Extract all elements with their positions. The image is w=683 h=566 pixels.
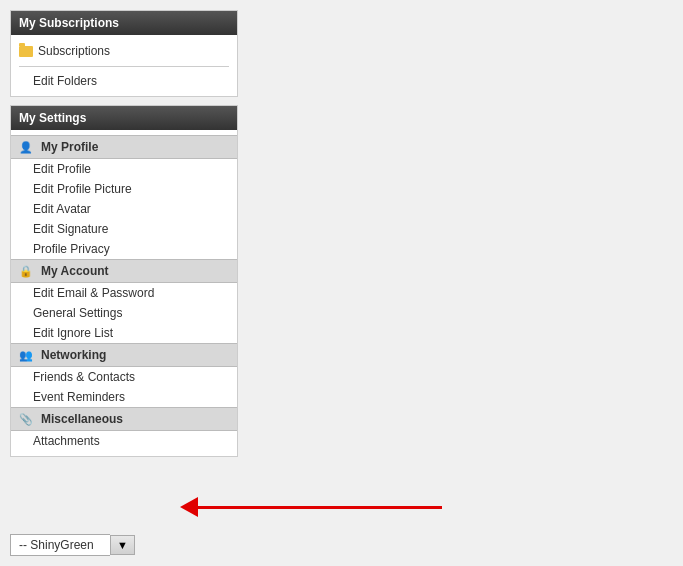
my-profile-label: My Profile: [41, 140, 98, 154]
theme-select[interactable]: -- ShinyGreen Default Blue Red: [10, 534, 110, 556]
subscriptions-panel: My Subscriptions Subscriptions Edit Fold…: [10, 10, 238, 97]
my-profile-section[interactable]: My Profile: [11, 135, 237, 159]
network-icon: [19, 349, 37, 362]
networking-section[interactable]: Networking: [11, 343, 237, 367]
misc-icon: [19, 413, 37, 426]
lock-icon: [19, 265, 37, 278]
arrow-head: [180, 497, 198, 517]
general-settings-link[interactable]: General Settings: [11, 303, 237, 323]
subscriptions-link[interactable]: Subscriptions: [11, 40, 237, 62]
miscellaneous-label: Miscellaneous: [41, 412, 123, 426]
edit-ignore-list-link[interactable]: Edit Ignore List: [11, 323, 237, 343]
my-account-label: My Account: [41, 264, 109, 278]
attachments-link[interactable]: Attachments: [11, 431, 237, 451]
edit-avatar-link[interactable]: Edit Avatar: [11, 199, 237, 219]
subscriptions-header: My Subscriptions: [11, 11, 237, 35]
settings-header: My Settings: [11, 106, 237, 130]
networking-label: Networking: [41, 348, 106, 362]
theme-select-button[interactable]: ▼: [110, 535, 135, 555]
edit-signature-link[interactable]: Edit Signature: [11, 219, 237, 239]
edit-profile-picture-link[interactable]: Edit Profile Picture: [11, 179, 237, 199]
divider: [19, 66, 229, 67]
edit-folders-link[interactable]: Edit Folders: [11, 71, 237, 91]
friends-contacts-link[interactable]: Friends & Contacts: [11, 367, 237, 387]
arrow-line: [197, 506, 442, 509]
arrow-annotation: [180, 497, 442, 517]
event-reminders-link[interactable]: Event Reminders: [11, 387, 237, 407]
edit-profile-link[interactable]: Edit Profile: [11, 159, 237, 179]
theme-select-container: -- ShinyGreen Default Blue Red ▼: [10, 534, 135, 556]
edit-email-password-link[interactable]: Edit Email & Password: [11, 283, 237, 303]
settings-body: My Profile Edit Profile Edit Profile Pic…: [11, 130, 237, 456]
folder-icon: [19, 46, 33, 57]
settings-panel: My Settings My Profile Edit Profile Edit…: [10, 105, 238, 457]
my-account-section[interactable]: My Account: [11, 259, 237, 283]
profile-privacy-link[interactable]: Profile Privacy: [11, 239, 237, 259]
person-icon: [19, 141, 37, 154]
miscellaneous-section[interactable]: Miscellaneous: [11, 407, 237, 431]
